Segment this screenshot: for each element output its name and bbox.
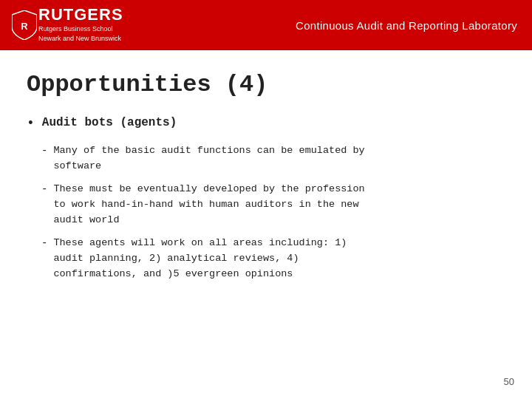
sub-bullet-text-1: Many of the basic audit functions can be… [53,143,364,174]
rutgers-logo: RUTGERS Rutgers Business School Newark a… [38,7,123,43]
sub-bullet-dash-3: - [41,236,47,251]
sub-bullet-dash-2: - [41,182,47,197]
main-bullet-item: • Audit bots (agents) [27,115,505,133]
sub-bullet-item-3: - These agents will work on all areas in… [41,236,505,282]
sub-bullet-item-2: - These must be eventually developed by … [41,182,505,228]
bullet-icon: • [27,115,35,133]
sub-bullet-item-1: - Many of the basic audit functions can … [41,143,505,174]
sub-bullet-text-3: These agents will work on all areas incl… [53,236,347,282]
header-bar: R RUTGERS Rutgers Business School Newark… [0,0,532,50]
page-title: Opportunities (4) [27,71,505,98]
logo-area: R RUTGERS Rutgers Business School Newark… [12,7,123,43]
sub-bullet-text-2: These must be eventually developed by th… [53,182,364,228]
school-info: Rutgers Business School Newark and New B… [38,24,121,43]
svg-text:R: R [21,21,28,32]
university-name: RUTGERS [38,7,123,23]
sub-bullets-list: - Many of the basic audit functions can … [41,143,505,282]
header-title: Continuous Audit and Reporting Laborator… [296,19,517,32]
page-number: 50 [504,376,514,387]
main-content: Opportunities (4) • Audit bots (agents) … [0,50,532,304]
sub-bullet-dash-1: - [41,143,47,159]
rutgers-shield-icon: R [12,10,37,40]
main-bullet-label: Audit bots (agents) [42,115,177,131]
